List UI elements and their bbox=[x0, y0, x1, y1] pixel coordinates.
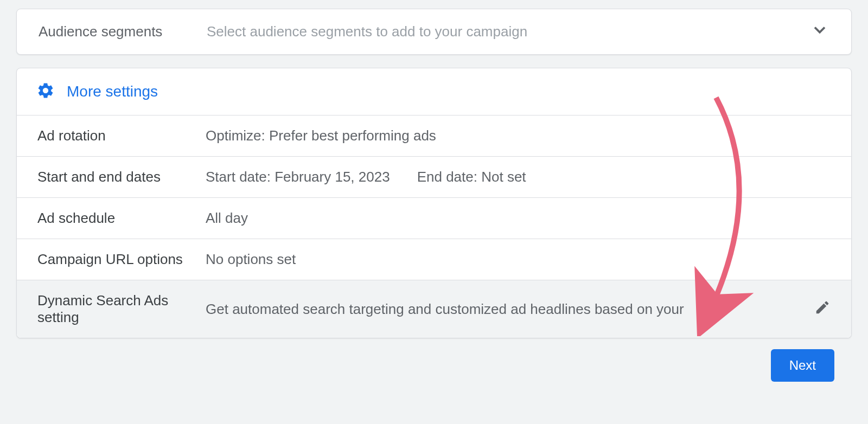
setting-row-dates[interactable]: Start and end dates Start date: February… bbox=[17, 157, 851, 198]
setting-row-ad-rotation[interactable]: Ad rotation Optimize: Prefer best perfor… bbox=[17, 115, 851, 157]
audience-segments-label: Audience segments bbox=[39, 23, 207, 40]
setting-row-campaign-url[interactable]: Campaign URL options No options set bbox=[17, 239, 851, 280]
setting-value: Get automated search targeting and custo… bbox=[206, 301, 808, 318]
audience-segments-card[interactable]: Audience segments Select audience segmen… bbox=[16, 9, 852, 55]
setting-label: Start and end dates bbox=[37, 169, 206, 185]
footer-actions: Next bbox=[16, 338, 852, 382]
setting-label: Ad schedule bbox=[37, 210, 206, 227]
setting-value: All day bbox=[206, 210, 831, 227]
setting-row-ad-schedule[interactable]: Ad schedule All day bbox=[17, 198, 851, 239]
setting-value: No options set bbox=[206, 251, 831, 268]
more-settings-label: More settings bbox=[67, 83, 158, 100]
pencil-icon[interactable] bbox=[814, 299, 831, 319]
setting-row-dynamic-search-ads[interactable]: Dynamic Search Ads setting Get automated… bbox=[17, 280, 851, 338]
more-settings-panel: More settings Ad rotation Optimize: Pref… bbox=[16, 68, 852, 338]
setting-value: Optimize: Prefer best performing ads bbox=[206, 127, 831, 144]
setting-label: Campaign URL options bbox=[37, 251, 206, 268]
next-button[interactable]: Next bbox=[771, 349, 834, 382]
end-date-value: End date: Not set bbox=[417, 169, 526, 185]
gear-icon bbox=[36, 81, 55, 102]
setting-label: Ad rotation bbox=[37, 127, 206, 144]
setting-value: Start date: February 15, 2023 End date: … bbox=[206, 169, 831, 185]
start-date-value: Start date: February 15, 2023 bbox=[206, 169, 390, 185]
audience-segments-placeholder: Select audience segments to add to your … bbox=[207, 23, 810, 40]
more-settings-toggle[interactable]: More settings bbox=[17, 68, 851, 115]
chevron-down-icon bbox=[810, 20, 829, 43]
setting-label: Dynamic Search Ads setting bbox=[37, 292, 206, 326]
